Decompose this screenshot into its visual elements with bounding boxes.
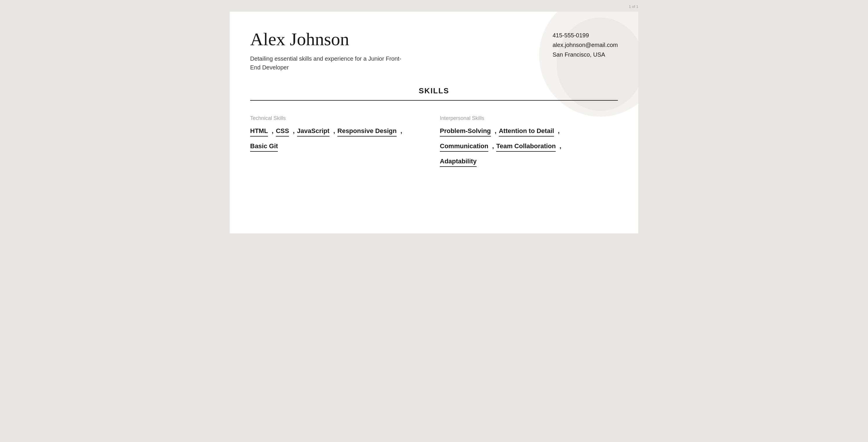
- skills-section-title: SKILLS: [250, 86, 618, 95]
- section-divider: [250, 100, 618, 101]
- skill-item-adaptability: Adaptability: [440, 158, 476, 167]
- skill-name-problem-solving: Problem-Solving: [440, 127, 491, 135]
- skill-name-communication: Communication: [440, 143, 488, 150]
- page-wrapper: 1 of 1 Alex Johnson Detailing essential …: [230, 12, 638, 233]
- skill-underline-css: [276, 136, 289, 136]
- contact-email: alex.johnson@email.com: [553, 42, 618, 49]
- skill-name-adaptability: Adaptability: [440, 158, 476, 165]
- skill-item-responsive: Responsive Design: [337, 127, 397, 136]
- skill-name-responsive: Responsive Design: [337, 127, 397, 135]
- skill-comma-6: ,: [558, 127, 559, 135]
- skill-item-git: Basic Git: [250, 143, 278, 152]
- skill-item-attention: Attention to Detail: [499, 127, 554, 136]
- header-left: Alex Johnson Detailing essential skills …: [250, 29, 471, 72]
- skill-underline-html: [250, 136, 268, 136]
- skill-name-html: HTML: [250, 127, 268, 135]
- candidate-name: Alex Johnson: [250, 29, 471, 49]
- skill-item-communication: Communication: [440, 143, 488, 152]
- skill-underline-team: [496, 151, 556, 152]
- resume-page: Alex Johnson Detailing essential skills …: [230, 12, 638, 233]
- skills-section: SKILLS Technical Skills HTML , CSS: [250, 86, 618, 179]
- skill-comma-2: ,: [293, 127, 294, 135]
- interpersonal-skills-label: Interpersonal Skills: [440, 115, 612, 121]
- skill-comma-4: ,: [400, 127, 402, 135]
- skill-name-css: CSS: [276, 127, 289, 135]
- skill-underline-adaptability: [440, 166, 476, 167]
- technical-skills-column: Technical Skills HTML , CSS ,: [250, 109, 428, 179]
- skill-comma-3: ,: [333, 127, 335, 135]
- skill-underline-git: [250, 151, 278, 152]
- skill-name-attention: Attention to Detail: [499, 127, 554, 135]
- skill-comma-8: ,: [559, 143, 561, 150]
- skill-underline-attention: [499, 136, 554, 136]
- technical-skills-list: HTML , CSS , JavaScript: [250, 127, 422, 158]
- skill-item-problem-solving: Problem-Solving: [440, 127, 491, 136]
- candidate-tagline: Detailing essential skills and experienc…: [250, 54, 402, 72]
- skill-item-css: CSS: [276, 127, 289, 136]
- skill-item-js: JavaScript: [297, 127, 330, 136]
- skill-underline-communication: [440, 151, 488, 152]
- technical-skills-label: Technical Skills: [250, 115, 422, 121]
- resume-header: Alex Johnson Detailing essential skills …: [250, 29, 618, 72]
- skill-underline-problem-solving: [440, 136, 491, 136]
- skill-comma-7: ,: [492, 143, 494, 150]
- skill-name-team: Team Collaboration: [496, 143, 556, 150]
- skill-item-html: HTML: [250, 127, 268, 136]
- contact-location: San Francisco, USA: [553, 51, 605, 58]
- header-right: 415-555-0199 alex.johnson@email.com San …: [553, 32, 618, 58]
- skill-name-git: Basic Git: [250, 143, 278, 150]
- contact-phone: 415-555-0199: [553, 32, 589, 39]
- skill-underline-responsive: [337, 136, 397, 136]
- interpersonal-skills-list: Problem-Solving , Attention to Detail , …: [440, 127, 612, 173]
- skill-comma-1: ,: [272, 127, 274, 135]
- skill-underline-js: [297, 136, 330, 136]
- skill-item-team: Team Collaboration: [496, 143, 556, 152]
- page-number: 1 of 1: [629, 4, 638, 9]
- interpersonal-skills-column: Interpersonal Skills Problem-Solving , A…: [428, 109, 618, 179]
- skill-comma-5: ,: [495, 127, 496, 135]
- skills-grid: Technical Skills HTML , CSS ,: [250, 109, 618, 179]
- skill-name-js: JavaScript: [297, 127, 330, 135]
